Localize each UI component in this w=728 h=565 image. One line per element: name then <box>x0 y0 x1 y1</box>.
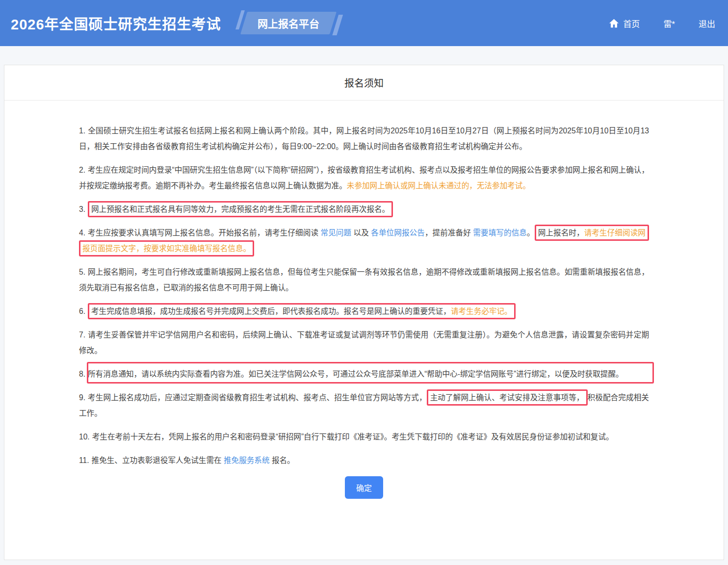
item-number: 3. <box>79 205 85 213</box>
highlight-box-item-6: 考生完成信息填报，成功生成报名号并完成网上交费后，即代表报名成功。报名号是网上确… <box>88 303 516 319</box>
notice-item-1: 1.全国硕士研究生招生考试报名包括网上报名和网上确认两个阶段。其中，网上报名时间… <box>79 123 649 154</box>
item-4-boxed-text: 网上报名时， <box>538 229 584 237</box>
item-number: 9. <box>79 393 85 402</box>
confirm-button[interactable]: 确定 <box>345 476 383 499</box>
notice-item-8: 8.所有消息通知，请以系统内实际查看内容为准。如已关注学信网公众号，可通过公众号… <box>79 366 649 382</box>
item-9-boxed-text: 主动了解网上确认、考试安排及注意事项等， <box>430 393 584 402</box>
notice-item-2: 2.考生应在规定时间内登录“中国研究生招生信息网”（以下简称“研招网”），按省级… <box>79 162 649 194</box>
nav-username[interactable]: 雷* <box>663 17 675 29</box>
nav-logout-label: 退出 <box>699 17 715 29</box>
link-required-info[interactable]: 需要填写的信息 <box>473 229 527 237</box>
highlight-box-item-9: 主动了解网上确认、考试安排及注意事项等， <box>427 389 588 406</box>
app-header: 2026年全国硕士研究生招生考试 网上报名平台 首页 雷* 退出 <box>0 0 728 46</box>
item-4-text: 。 <box>527 229 535 237</box>
link-tuimian-service-system[interactable]: 推免服务系统 <box>224 456 270 464</box>
app-title: 2026年全国硕士研究生招生考试 <box>11 13 221 33</box>
item-number: 4. <box>79 229 85 237</box>
platform-badge-label: 网上报名平台 <box>258 16 319 30</box>
notice-item-9: 9.考生网上报名成功后，应通过定期查阅省级教育招生考试机构、报考点、招生单位官方… <box>79 390 649 421</box>
item-11-text: 报名。 <box>270 456 295 464</box>
notice-item-11: 11.推免生、立功表彰退役军人免试生需在 推免服务系统 报名。 <box>79 453 649 468</box>
home-icon <box>609 19 619 28</box>
item-number: 8. <box>79 370 85 378</box>
highlight-box-item-3: 网上预报名和正式报名具有同等效力，完成预报名的考生无需在正式报名阶段再次报名。 <box>88 201 393 217</box>
item-6-warning-text: 请考生务必牢记。 <box>451 307 512 315</box>
nav-home[interactable]: 首页 <box>609 17 640 29</box>
item-number: 5. <box>79 268 85 276</box>
platform-badge: 网上报名平台 <box>240 12 336 34</box>
item-8-text: 所有消息通知，请以系统内实际查看内容为准。如已关注学信网公众号，可通过公众号底部… <box>88 370 624 378</box>
item-number: 7. <box>79 331 85 339</box>
item-2-warning-text: 未参加网上确认或网上确认未通过的，无法参加考试。 <box>347 181 530 190</box>
notice-item-6: 6.考生完成信息填报，成功生成报名号并完成网上交费后，即代表报名成功。报名号是网… <box>79 304 649 319</box>
link-faq[interactable]: 常见问题 <box>320 229 351 237</box>
link-unit-bulletins[interactable]: 各单位网报公告 <box>371 229 425 237</box>
item-4-text: 考生应按要求认真填写网上报名信息。开始报名前，请考生仔细阅读 <box>88 229 320 237</box>
item-7-text: 请考生妥善保管并牢记学信网用户名和密码，后续网上确认、下载准考证或复试调剂等环节… <box>79 331 649 355</box>
nav-logout[interactable]: 退出 <box>699 17 715 29</box>
item-number: 6. <box>79 307 85 315</box>
notice-item-7: 7.请考生妥善保管并牢记学信网用户名和密码，后续网上确认、下载准考证或复试调剂等… <box>79 327 649 359</box>
notice-item-3: 3.网上预报名和正式报名具有同等效力，完成预报名的考生无需在正式报名阶段再次报名… <box>79 202 649 217</box>
item-number: 2. <box>79 166 85 174</box>
item-10-text: 考生在考前十天左右，凭网上报名的用户名和密码登录“研招网”自行下载打印《准考证》… <box>92 433 614 441</box>
item-5-text: 网上报名期间，考生可自行修改或重新填报网上报名信息，但每位考生只能保留一条有效报… <box>79 268 649 292</box>
item-number: 10. <box>79 433 90 441</box>
item-1-text: 全国硕士研究生招生考试报名包括网上报名和网上确认两个阶段。其中，网上报名时间为2… <box>79 127 649 151</box>
notice-item-10: 10.考生在考前十天左右，凭网上报名的用户名和密码登录“研招网”自行下载打印《准… <box>79 429 649 445</box>
notice-item-5: 5.网上报名期间，考生可自行修改或重新填报网上报名信息，但每位考生只能保留一条有… <box>79 264 649 296</box>
item-number: 11. <box>79 456 89 464</box>
nav-username-label: 雷* <box>663 17 675 29</box>
item-3-text: 网上预报名和正式报名具有同等效力，完成预报名的考生无需在正式报名阶段再次报名。 <box>91 205 390 213</box>
notice-content: 1.全国硕士研究生招生考试报名包括网上报名和网上确认两个阶段。其中，网上报名时间… <box>4 101 724 526</box>
item-6-text: 考生完成信息填报，成功生成报名号并完成网上交费后，即代表报名成功。报名号是网上确… <box>91 307 451 315</box>
footer-actions: 确定 <box>79 476 649 516</box>
notice-item-4: 4.考生应按要求认真填写网上报名信息。开始报名前，请考生仔细阅读 常见问题 以及… <box>79 225 649 257</box>
notice-card: 报名须知 1.全国硕士研究生招生考试报名包括网上报名和网上确认两个阶段。其中，网… <box>4 65 724 560</box>
nav-home-label: 首页 <box>623 17 640 29</box>
page-title: 报名须知 <box>4 65 724 101</box>
item-number: 1. <box>79 127 85 135</box>
item-4-text: ，提前准备好 <box>425 229 473 237</box>
item-9-text: 考生网上报名成功后，应通过定期查阅省级教育招生考试机构、报考点、招生单位官方网站… <box>88 393 427 402</box>
item-4-text: 以及 <box>351 229 371 237</box>
header-nav: 首页 雷* 退出 <box>609 17 715 29</box>
item-11-text: 推免生、立功表彰退役军人免试生需在 <box>92 456 224 464</box>
